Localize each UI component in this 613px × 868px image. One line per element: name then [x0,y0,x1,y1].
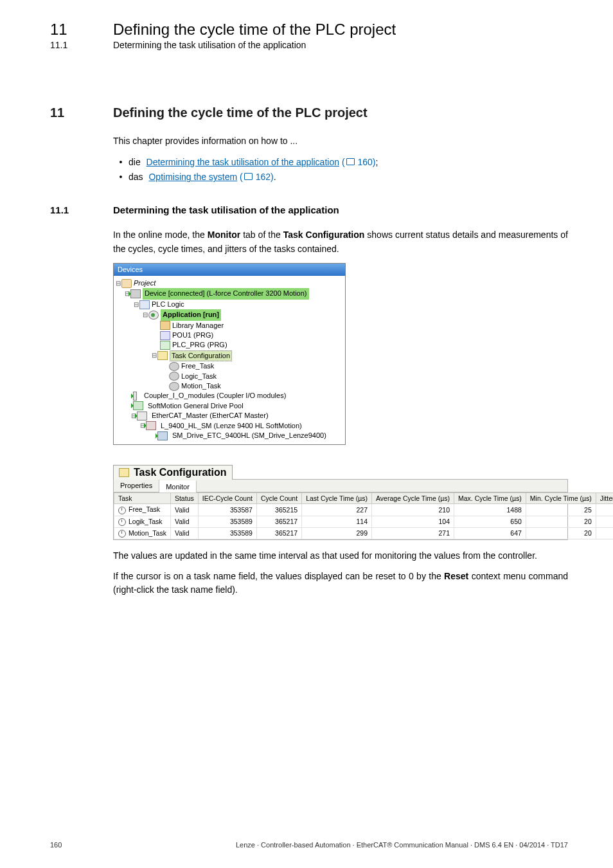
coupler-icon [133,392,137,401]
tree-library-manager[interactable]: Library Manager [172,321,224,330]
chapter-number: 11 [50,21,113,39]
col-iec-cycle-count[interactable]: IEC-Cycle Count [198,493,256,504]
cell-task[interactable]: Logik_Task [114,516,171,527]
bullet-tail: ; [375,157,378,167]
device-icon [130,289,141,298]
bullet-item: • die Determining the task utilisation o… [113,155,568,170]
monitor-table: Task Status IEC-Cycle Count Cycle Count … [114,493,613,539]
subsection-num: 11.1 [50,204,113,215]
cell-max: 650 [454,516,526,527]
subsection-heading: 11.1 Determining the task utilisation of… [50,204,568,215]
tab-properties[interactable]: Properties [114,480,159,492]
col-jitter[interactable]: Jitter (µs) [596,493,613,504]
para-reset-info: If the cursor is on a task name field, t… [113,570,568,597]
tree-pou1[interactable]: POU1 (PRG) [172,330,213,340]
col-max-cycle-time[interactable]: Max. Cycle Time (µs) [454,493,526,504]
library-icon [160,321,170,330]
cell-jitter: -3 [596,516,613,527]
cell-max: 1488 [454,504,526,516]
running-subheader: 11.1 Determining the task utilisation of… [50,40,568,50]
tab-monitor[interactable]: Monitor [159,480,197,493]
cell-task[interactable]: Free_Task [114,504,171,516]
plc-icon [139,300,150,309]
link-optimising-system[interactable]: Optimising the system [148,172,237,182]
cell-min: 25 [526,504,596,516]
task-icon [169,382,179,391]
cell-cycle: 365215 [256,504,301,516]
bullet-tail: . [274,172,276,182]
clock-icon [118,507,126,514]
tree-plc-prg[interactable]: PLC_PRG (PRG) [172,340,227,350]
tree-plc-logic[interactable]: PLC Logic [152,300,184,309]
task-icon [169,372,179,381]
running-header: 11 Defining the cycle time of the PLC pr… [50,21,568,39]
cell-iec: 353589 [198,527,256,539]
footer-info: Lenze · Controller-based Automation · Et… [236,841,568,849]
tree-application[interactable]: Application [run] [161,309,221,320]
tree-coupler[interactable]: Coupler_I_O_modules (Coupler I/O modules… [144,391,286,401]
task-config-icon [119,468,129,477]
clock-icon [118,530,126,538]
page-number: 160 [50,841,62,849]
cell-jitter: -2 [596,527,613,539]
tree-softmotion-pool[interactable]: SoftMotion General Drive Pool [148,401,244,411]
cell-avg: 271 [372,527,454,539]
col-min-cycle-time[interactable]: Min. Cycle Time (µs) [526,493,596,504]
pool-icon [133,401,143,410]
tree-task-config[interactable]: Task Configuration [170,350,232,361]
bullet-marker: • [113,170,129,185]
tree-logic-task[interactable]: Logic_Task [181,372,217,381]
page-reference[interactable]: ( 162) [240,172,274,182]
task-config-panel: Properties Monitor Task Status IEC-Cycle… [113,479,568,540]
page-footer: 160 Lenze · Controller-based Automation … [50,841,568,849]
cell-iec: 353589 [198,516,256,527]
clock-icon [118,518,126,526]
cell-cycle: 365217 [256,527,301,539]
chapter-title: Defining the cycle time of the PLC proje… [113,21,396,39]
cell-status: Valid [170,527,198,539]
table-row[interactable]: Logik_TaskValid35358936521711410465020-3 [114,516,614,527]
col-last-cycle-time[interactable]: Last Cycle Time (µs) [302,493,372,504]
task-config-document-tab[interactable]: Task Configuration [113,465,233,480]
tree-free-task[interactable]: Free_Task [181,361,214,371]
tree-project[interactable]: Project [134,278,155,288]
cell-iec: 353587 [198,504,256,516]
task-config-icon [157,351,168,360]
tree-motion-task[interactable]: Motion_Task [181,381,221,391]
tree-ethercat-master[interactable]: EtherCAT_Master (EtherCAT Master) [152,411,269,420]
ethercat-master-icon [137,411,147,420]
devices-panel: Devices ⊟Project ⊟Device [connected] (L-… [113,263,346,446]
cell-last: 114 [302,516,372,527]
cell-task[interactable]: Motion_Task [114,527,171,539]
bullet-prefix: die [129,157,141,167]
section-title: Determining the task utilisation of the … [113,40,306,50]
pou-icon [160,331,170,340]
bullet-prefix: das [129,172,143,182]
tree-device[interactable]: Device [connected] (L-force Controller 3… [143,288,309,299]
sm-drive-icon [157,431,168,440]
separator: _ _ _ _ _ _ _ _ _ _ _ _ _ _ _ _ _ _ _ _ … [50,69,568,80]
col-cycle-count[interactable]: Cycle Count [256,493,301,504]
col-status[interactable]: Status [170,493,198,504]
application-icon [148,311,159,320]
table-row[interactable]: Free_TaskValid3535873652152272101488252 [114,504,614,516]
cell-cycle: 365217 [256,516,301,527]
col-task[interactable]: Task [114,493,171,504]
cell-avg: 104 [372,516,454,527]
cell-last: 299 [302,527,372,539]
intro-bullets: • die Determining the task utilisation o… [113,155,568,186]
col-avg-cycle-time[interactable]: Average Cycle Time (µs) [372,493,454,504]
tree-l9400[interactable]: L_9400_HL_SM (Lenze 9400 HL SoftMotion) [161,421,302,431]
tree-sm-drive[interactable]: SM_Drive_ETC_9400HL (SM_Drive_Lenze9400) [172,431,326,440]
intro-text: This chapter provides information on how… [113,134,568,149]
drive-icon [146,421,156,430]
section-number: 11.1 [50,40,113,50]
link-task-utilisation[interactable]: Determining the task utilisation of the … [147,157,339,167]
devices-tree[interactable]: ⊟Project ⊟Device [connected] (L-force Co… [114,276,345,444]
subsection-title: Determining the task utilisation of the … [113,204,339,215]
page-reference[interactable]: ( 160) [342,157,376,167]
table-row[interactable]: Motion_TaskValid35358936521729927164720-… [114,527,614,539]
cell-status: Valid [170,504,198,516]
para-values-updated: The values are updated in the same time … [113,549,568,563]
bullet-item: • das Optimising the system ( 162). [113,170,568,185]
